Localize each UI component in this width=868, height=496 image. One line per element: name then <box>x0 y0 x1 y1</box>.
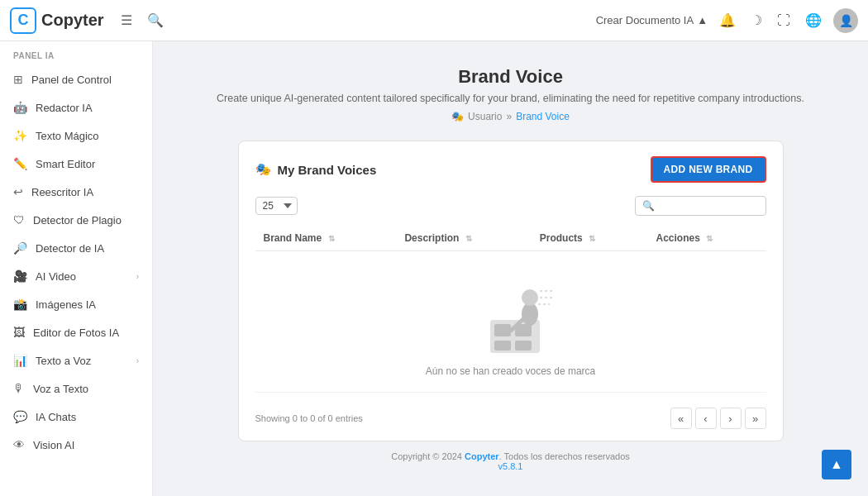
page-title: Brand Voice <box>458 66 563 88</box>
robot-icon: 🤖 <box>13 101 27 114</box>
detector-icon: 🔎 <box>13 241 27 255</box>
waveform-icon: 📊 <box>13 354 27 367</box>
video-icon: 🎥 <box>13 269 27 283</box>
sidebar-label: Detector de IA <box>36 242 139 255</box>
sidebar-label: Smart Editor <box>36 158 139 170</box>
shield-icon: 🛡 <box>13 213 25 227</box>
logo-name: Copyter <box>41 11 104 30</box>
sidebar-item-vision-ai[interactable]: 👁 Vision AI <box>0 431 152 459</box>
sort-icon: ⇅ <box>328 234 335 243</box>
menu-toggle-button[interactable]: ☰ <box>117 9 136 31</box>
main-content: Brand Voice Create unique AI-generated c… <box>153 41 868 496</box>
pagination: « ‹ › » <box>670 408 766 429</box>
brand-voices-table: Brand Name ⇅ Description ⇅ Products ⇅ <box>255 226 766 393</box>
sidebar-label: Vision AI <box>33 439 139 451</box>
footer-brand-link[interactable]: Copyter <box>465 451 499 461</box>
per-page-select: 25 50 100 <box>255 197 298 215</box>
first-page-button[interactable]: « <box>670 408 692 429</box>
footer-rights: . Todos los derechos reservados <box>499 451 630 461</box>
svg-rect-1 <box>494 324 511 336</box>
breadcrumb-sep: » <box>506 111 512 122</box>
sort-icon: ⇅ <box>465 234 472 243</box>
next-page-button[interactable]: › <box>720 408 742 429</box>
sidebar-item-ia-chats[interactable]: 💬 IA Chats <box>0 403 152 431</box>
per-page-dropdown[interactable]: 25 50 100 <box>255 197 298 215</box>
sidebar-label: IA Chats <box>36 411 139 423</box>
page-description: Create unique AI-generated content tailo… <box>217 93 804 104</box>
sidebar-item-imagenes-ia[interactable]: 📸 Imágenes IA <box>0 290 152 318</box>
sidebar-item-smart-editor[interactable]: ✏️ Smart Editor <box>0 150 152 178</box>
sidebar-label: Imágenes IA <box>36 298 139 311</box>
sidebar-item-editor-fotos[interactable]: 🖼 Editor de Fotos IA <box>0 318 152 346</box>
search-button[interactable]: 🔍 <box>144 9 167 31</box>
svg-point-6 <box>522 289 538 306</box>
footer: Copyright © 2024 Copyter. Todos los dere… <box>381 441 640 481</box>
fullscreen-button[interactable]: ⛶ <box>774 10 794 31</box>
breadcrumb-current: Brand Voice <box>516 111 570 122</box>
svg-rect-4 <box>515 341 532 351</box>
search-box: 🔍 <box>635 196 766 216</box>
scroll-to-top-button[interactable]: ▲ <box>822 450 851 479</box>
chevron-right-icon: › <box>136 356 139 365</box>
brand-card-header: 🎭 My Brand Voices ADD NEW BRAND <box>255 156 766 183</box>
sidebar-label: Panel de Control <box>31 74 139 86</box>
sidebar-item-detector-plagio[interactable]: 🛡 Detector de Plagio <box>0 206 152 234</box>
brand-voices-card: 🎭 My Brand Voices ADD NEW BRAND 25 50 10… <box>238 141 784 441</box>
sidebar-item-redactor-ia[interactable]: 🤖 Redactor IA <box>0 93 152 122</box>
mic-icon: 🎙 <box>13 382 25 395</box>
topnav: C Copyter ☰ 🔍 Crear Documento IA ▲ 🔔 ☽ ⛶… <box>0 0 868 41</box>
logo[interactable]: C Copyter <box>10 7 104 34</box>
empty-state-text: Aún no se han creado voces de marca <box>426 365 595 377</box>
brand-card-title: 🎭 My Brand Voices <box>255 162 377 177</box>
sidebar-label: Texto Mágico <box>36 130 139 142</box>
sidebar-item-panel-control[interactable]: ⊞ Panel de Control <box>0 65 152 93</box>
sidebar-item-reescritor-ia[interactable]: ↩ Reescritor IA <box>0 178 152 206</box>
table-footer: Showing 0 to 0 of 0 entries « ‹ › » <box>255 401 766 429</box>
empty-state-cell: Aún no se han creado voces de marca <box>255 251 766 393</box>
sidebar-section-label: PANEL IA <box>0 41 152 65</box>
empty-state: Aún no se han creado voces de marca <box>264 258 758 385</box>
edit-icon: ✏️ <box>13 157 27 170</box>
language-button[interactable]: 🌐 <box>802 9 825 31</box>
topnav-left-icons: ☰ 🔍 <box>117 9 167 31</box>
sidebar-item-detector-ia[interactable]: 🔎 Detector de IA <box>0 234 152 262</box>
search-input[interactable] <box>660 200 759 212</box>
breadcrumb-home[interactable]: Usuario <box>468 111 502 122</box>
add-new-brand-button[interactable]: ADD NEW BRAND <box>651 156 766 183</box>
brand-title-icon: 🎭 <box>255 162 271 177</box>
sidebar-label: Voz a Texto <box>33 383 139 395</box>
prev-page-button[interactable]: ‹ <box>695 408 717 429</box>
breadcrumb-icon: 🎭 <box>451 111 464 122</box>
empty-illustration <box>457 274 565 357</box>
dark-mode-button[interactable]: ☽ <box>747 9 765 31</box>
logo-box: C <box>10 7 36 34</box>
crear-documento-button[interactable]: Crear Documento IA ▲ <box>596 14 708 26</box>
col-description: Description ⇅ <box>396 226 531 251</box>
sidebar-label: Reescritor IA <box>31 186 139 198</box>
sidebar-item-texto-voz[interactable]: 📊 Texto a Voz › <box>0 346 152 374</box>
svg-rect-3 <box>494 341 511 351</box>
camera-icon: 📸 <box>13 298 27 311</box>
sidebar-item-texto-magico[interactable]: ✨ Texto Mágico <box>0 122 152 150</box>
showing-text: Showing 0 to 0 of 0 entries <box>255 413 363 423</box>
chevron-up-icon: ▲ <box>830 457 843 472</box>
sidebar-item-ai-video[interactable]: 🎥 AI Video › <box>0 262 152 290</box>
sidebar-label: Detector de Plagio <box>33 214 139 227</box>
sort-icon: ⇅ <box>589 234 595 243</box>
photo-editor-icon: 🖼 <box>13 326 25 339</box>
col-products: Products ⇅ <box>532 226 648 251</box>
footer-copyright: Copyright © 2024 <box>391 451 465 461</box>
eye-icon: 👁 <box>13 438 25 451</box>
sidebar-label: Texto a Voz <box>36 355 128 367</box>
svg-point-5 <box>522 303 538 326</box>
table-controls: 25 50 100 🔍 <box>255 196 766 216</box>
sidebar-label: AI Video <box>36 270 128 283</box>
last-page-button[interactable]: » <box>745 408 766 429</box>
sidebar-item-voz-texto[interactable]: 🎙 Voz a Texto <box>0 374 152 403</box>
sidebar-label: Editor de Fotos IA <box>33 327 139 339</box>
magic-icon: ✨ <box>13 129 27 142</box>
layout: PANEL IA ⊞ Panel de Control 🤖 Redactor I… <box>0 41 868 496</box>
avatar[interactable]: 👤 <box>833 8 858 33</box>
rewrite-icon: ↩ <box>13 185 23 198</box>
notifications-button[interactable]: 🔔 <box>716 9 739 31</box>
